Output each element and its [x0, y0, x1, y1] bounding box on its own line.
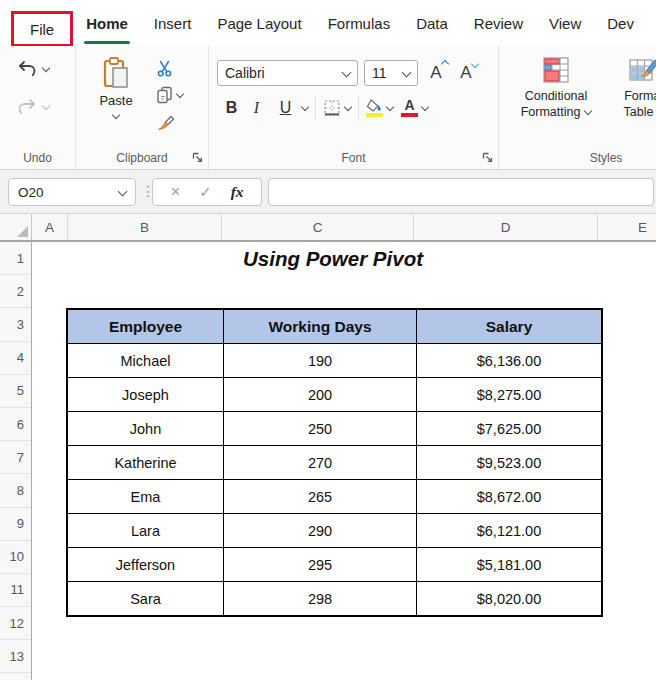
- row-header-12[interactable]: 12: [0, 607, 31, 640]
- format-painter-icon: [156, 114, 175, 131]
- undo-button[interactable]: [0, 54, 75, 84]
- borders-button[interactable]: [319, 99, 355, 117]
- row-header-8[interactable]: 8: [0, 474, 31, 507]
- tab-data[interactable]: Data: [403, 0, 461, 46]
- cell[interactable]: 290: [224, 514, 417, 548]
- tab-review[interactable]: Review: [461, 0, 536, 46]
- cell[interactable]: $6,121.00: [417, 514, 603, 548]
- table-header-salary[interactable]: Salary: [417, 309, 603, 344]
- insert-function-button[interactable]: fx: [231, 183, 244, 201]
- table-header-working-days[interactable]: Working Days: [224, 309, 417, 344]
- underline-glyph: U: [273, 98, 298, 118]
- font-group: Calibri 11 A A B I: [209, 46, 499, 169]
- font-color-bar: [401, 113, 418, 117]
- cell[interactable]: Jefferson: [67, 548, 224, 582]
- name-box[interactable]: O20: [8, 178, 136, 206]
- format-as-table-icon: [629, 56, 656, 84]
- format-as-table-button[interactable]: Format Table: [609, 56, 656, 121]
- redo-button[interactable]: [0, 92, 75, 122]
- column-header-B[interactable]: B: [68, 214, 222, 240]
- row-header-11[interactable]: 11: [0, 574, 31, 607]
- enter-button[interactable]: ✓: [199, 183, 212, 201]
- column-header-A[interactable]: A: [32, 214, 68, 240]
- format-painter-button[interactable]: [156, 112, 183, 132]
- cell[interactable]: Lara: [67, 514, 224, 548]
- cell[interactable]: $8,672.00: [417, 480, 603, 514]
- borders-icon: [323, 99, 341, 117]
- ribbon: Undo Paste: [0, 46, 656, 170]
- shrink-font-button[interactable]: A: [454, 63, 478, 83]
- tab-view[interactable]: View: [536, 0, 594, 46]
- styles-group: Conditional Formatting: [499, 46, 656, 169]
- bold-button[interactable]: B: [219, 98, 244, 118]
- tab-insert[interactable]: Insert: [141, 0, 205, 46]
- cell[interactable]: $9,523.00: [417, 446, 603, 480]
- formula-input[interactable]: [268, 178, 654, 206]
- undo-icon: [16, 58, 38, 80]
- row-header-1[interactable]: 1: [0, 242, 31, 275]
- font-dialog-launcher[interactable]: [482, 152, 493, 163]
- font-color-button[interactable]: A: [397, 99, 432, 117]
- caret-down-icon: [471, 60, 479, 68]
- row-header-7[interactable]: 7: [0, 441, 31, 474]
- cell[interactable]: $6,136.00: [417, 344, 603, 378]
- conditional-formatting-button[interactable]: Conditional Formatting: [513, 56, 599, 121]
- cell[interactable]: $7,625.00: [417, 412, 603, 446]
- cell[interactable]: 250: [224, 412, 417, 446]
- cell[interactable]: 265: [224, 480, 417, 514]
- cell[interactable]: 200: [224, 378, 417, 412]
- row-header-2[interactable]: 2: [0, 275, 31, 308]
- tab-dev[interactable]: Dev: [594, 0, 647, 46]
- table-row: John250$7,625.00: [67, 412, 602, 446]
- cell[interactable]: 190: [224, 344, 417, 378]
- font-group-label: Font: [209, 151, 498, 165]
- table-header-employee[interactable]: Employee: [67, 309, 224, 344]
- column-header-D[interactable]: D: [414, 214, 598, 240]
- sheet-title[interactable]: Using Power Pivot: [68, 242, 598, 275]
- font-name-combobox[interactable]: Calibri: [217, 60, 358, 86]
- column-header-C[interactable]: C: [222, 214, 414, 240]
- row-header-13[interactable]: 13: [0, 640, 31, 673]
- format-as-table-label-2: Table: [624, 104, 654, 120]
- row-header-6[interactable]: 6: [0, 408, 31, 441]
- italic-button[interactable]: I: [244, 98, 269, 118]
- tab-formulas[interactable]: Formulas: [315, 0, 404, 46]
- grid-area[interactable]: Using Power Pivot EmployeeWorking DaysSa…: [32, 242, 656, 680]
- cancel-button[interactable]: ×: [170, 182, 180, 202]
- tab-file[interactable]: File: [17, 14, 67, 44]
- tab-home[interactable]: Home: [73, 0, 141, 46]
- fill-color-button[interactable]: [362, 99, 397, 117]
- copy-button[interactable]: [156, 85, 183, 105]
- paste-button[interactable]: Paste: [92, 56, 140, 118]
- cell[interactable]: 295: [224, 548, 417, 582]
- cell[interactable]: Joseph: [67, 378, 224, 412]
- column-header-E[interactable]: E: [598, 214, 656, 240]
- row-header-5[interactable]: 5: [0, 375, 31, 408]
- cut-button[interactable]: [156, 58, 183, 78]
- row-header-3[interactable]: 3: [0, 308, 31, 341]
- cell[interactable]: Ema: [67, 480, 224, 514]
- cell[interactable]: $8,020.00: [417, 582, 603, 617]
- clipboard-dialog-launcher[interactable]: [192, 152, 203, 163]
- cell[interactable]: 298: [224, 582, 417, 617]
- row-header-10[interactable]: 10: [0, 541, 31, 574]
- cell[interactable]: $5,181.00: [417, 548, 603, 582]
- cell[interactable]: Michael: [67, 344, 224, 378]
- select-all-button[interactable]: [0, 214, 32, 240]
- font-size-combobox[interactable]: 11: [364, 60, 418, 86]
- data-table-wrap: EmployeeWorking DaysSalary Michael190$6,…: [66, 308, 603, 617]
- cell[interactable]: $8,275.00: [417, 378, 603, 412]
- cell[interactable]: 270: [224, 446, 417, 480]
- cell[interactable]: John: [67, 412, 224, 446]
- grow-font-button[interactable]: A: [424, 63, 448, 83]
- cut-scissors-icon: [156, 59, 173, 77]
- row-header-9[interactable]: 9: [0, 508, 31, 541]
- clipboard-group: Paste: [76, 46, 209, 169]
- row-header-4[interactable]: 4: [0, 342, 31, 375]
- underline-button[interactable]: U: [269, 98, 312, 118]
- clipboard-small-buttons: [156, 58, 183, 132]
- dialog-launcher-icon: [482, 152, 493, 163]
- cell[interactable]: Sara: [67, 582, 224, 617]
- cell[interactable]: Katherine: [67, 446, 224, 480]
- tab-page-layout[interactable]: Page Layout: [204, 0, 314, 46]
